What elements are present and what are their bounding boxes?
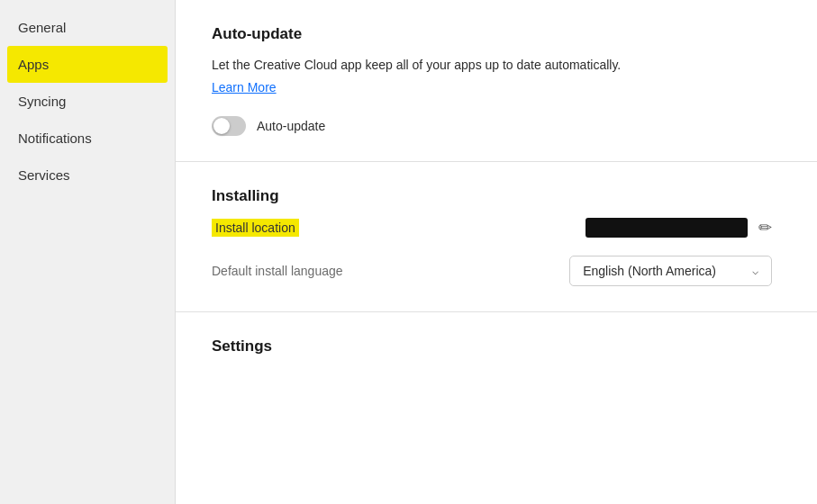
sidebar-item-label: Services <box>18 167 70 183</box>
language-row: Default install language English (North … <box>212 256 781 286</box>
chevron-down-icon: ⌵ <box>752 265 758 277</box>
install-path-area: ✏ <box>586 218 772 238</box>
main-content: Auto-update Let the Creative Cloud app k… <box>176 0 817 504</box>
auto-update-description: Let the Creative Cloud app keep all of y… <box>212 56 781 75</box>
sidebar-item-label: Syncing <box>18 94 66 109</box>
learn-more-link[interactable]: Learn More <box>212 80 277 94</box>
auto-update-section: Auto-update Let the Creative Cloud app k… <box>176 0 817 162</box>
auto-update-toggle[interactable] <box>212 116 246 136</box>
sidebar-item-apps[interactable]: Apps <box>7 46 168 83</box>
installing-title: Installing <box>212 187 781 205</box>
sidebar: General Apps Syncing Notifications Servi… <box>0 0 176 504</box>
auto-update-toggle-label: Auto-update <box>257 119 325 133</box>
settings-section: Settings <box>176 312 817 393</box>
install-location-row: Install location ✏ <box>212 218 781 238</box>
sidebar-item-syncing[interactable]: Syncing <box>0 83 175 120</box>
language-value: English (North America) <box>583 264 716 278</box>
auto-update-toggle-row: Auto-update <box>212 116 781 136</box>
settings-title: Settings <box>212 338 781 356</box>
install-path-redacted <box>586 218 748 238</box>
auto-update-title: Auto-update <box>212 25 781 43</box>
sidebar-item-general[interactable]: General <box>0 9 175 46</box>
sidebar-item-label: Apps <box>18 57 49 72</box>
default-language-label: Default install language <box>212 264 343 278</box>
sidebar-item-label: Notifications <box>18 130 92 146</box>
sidebar-item-label: General <box>18 20 66 35</box>
installing-section: Installing Install location ✏ Default in… <box>176 162 817 312</box>
language-dropdown[interactable]: English (North America) ⌵ <box>569 256 772 286</box>
install-location-label: Install location <box>212 219 299 237</box>
sidebar-item-notifications[interactable]: Notifications <box>0 120 175 157</box>
toggle-knob <box>213 118 230 134</box>
edit-icon[interactable]: ✏ <box>758 218 772 238</box>
sidebar-item-services[interactable]: Services <box>0 157 175 194</box>
